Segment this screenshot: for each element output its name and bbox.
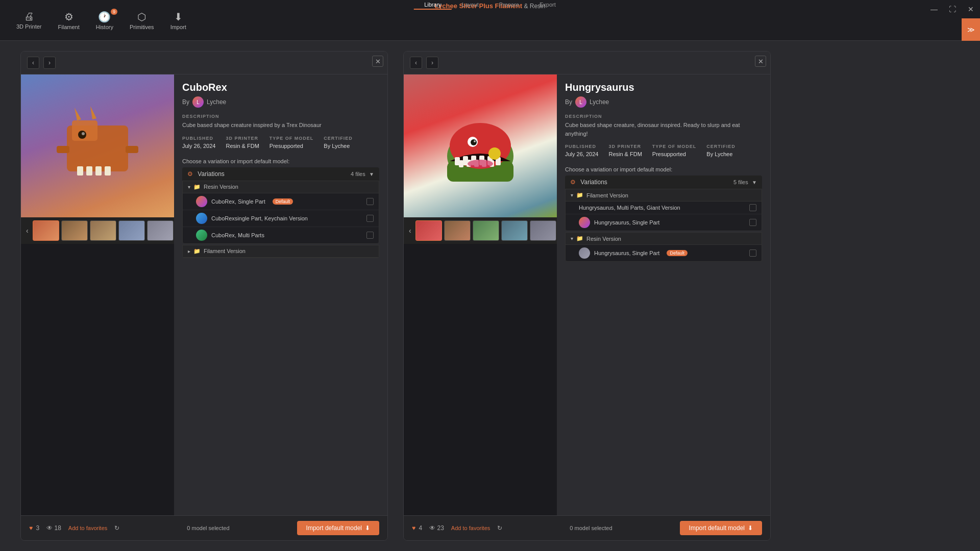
checkbox-cuborex-multi[interactable]	[366, 232, 374, 239]
checkbox-hungrysaurus-single-filament[interactable]	[749, 219, 756, 226]
checkbox-hungrysaurus-single-resin[interactable]	[749, 249, 756, 257]
checkbox-cuborex-single[interactable]	[366, 198, 374, 205]
toolbar-item-history[interactable]: 🕐 History 9	[88, 7, 121, 34]
variation-label-hungrysaurus-single-filament: Hungrysaurus, Single Part	[594, 219, 659, 226]
meta-type-cuborex: TYPE OF MODEL Presupported	[270, 136, 314, 149]
share-icon-cuborex[interactable]: ↻	[114, 524, 119, 532]
close-card-cuborex[interactable]: ✕	[372, 56, 383, 67]
thumb-prev-hungrysaurus[interactable]: ‹	[407, 224, 413, 237]
toolbar-label-import: Import	[170, 24, 186, 30]
add-favorites-cuborex[interactable]: Add to favorites	[68, 525, 107, 531]
variation-cuborex-single[interactable]: CuboRex, Single Part Default	[183, 193, 379, 210]
published-value-cuborex: July 26, 2024	[182, 143, 215, 149]
history-icon: 🕐	[98, 11, 111, 23]
tab-prepare-label: Prepare	[499, 2, 519, 8]
thumb-cuborex-4[interactable]	[118, 220, 145, 241]
thumb-cuborex-3[interactable]	[90, 220, 116, 241]
maximize-button[interactable]: ⛶	[943, 0, 962, 18]
tab-layout[interactable]: ⊞ Layout	[452, 0, 489, 10]
card-body-hungrysaurus: ‹ › Hungrysaurus By L Lychee DESCRIPTIO	[404, 74, 770, 515]
tab-export[interactable]: ⬆ Export	[529, 0, 566, 10]
views-count-cuborex: 18	[55, 524, 61, 532]
cuborex-main-preview	[21, 74, 174, 217]
filament-section-header-cuborex[interactable]: ▸ 📁 Filament Version	[183, 245, 379, 258]
minimize-button[interactable]: —	[925, 0, 943, 18]
toolbar-item-import[interactable]: ⬇ Import	[162, 7, 194, 34]
thumb-cuborex-1[interactable]	[33, 220, 59, 241]
type-value-cuborex: Presupported	[270, 143, 314, 149]
checkbox-cuborex-keychain[interactable]	[366, 215, 374, 222]
printer-icon: 🖨	[24, 11, 34, 22]
card-prev-button-cuborex[interactable]: ‹	[27, 57, 39, 69]
library-icon: ⊙	[429, 0, 437, 1]
meta-printer-cuborex: 3D PRINTER Resin & FDM	[226, 136, 259, 149]
close-button[interactable]: ✕	[962, 0, 980, 18]
section-chevron-hungrysaurus-resin: ▾	[571, 236, 573, 241]
thumb-hungrysaurus-5[interactable]	[530, 220, 556, 241]
top-bar: 🖨 3D Printer ⚙ Filament 🕐 History 9 ⬡ Pr…	[0, 0, 980, 41]
thumb-hungrysaurus-2[interactable]	[444, 220, 471, 241]
model-card-hungrysaurus: ‹ › ✕	[403, 51, 771, 541]
views-cuborex: 👁 18	[46, 524, 61, 532]
svg-point-27	[471, 139, 477, 145]
selected-count-hungrysaurus: 0 model selected	[570, 525, 612, 531]
resin-section-header-cuborex[interactable]: ▾ 📁 Resin Version	[183, 181, 379, 193]
layout-icon: ⊞	[467, 0, 474, 1]
svg-point-28	[474, 140, 476, 142]
hungrysaurus-thumbnails: ‹ ›	[404, 217, 557, 244]
variation-hungrysaurus-multi-giant[interactable]: Hungrysaurus, Multi Parts, Giant Version	[566, 202, 762, 214]
thumb-cuborex-2[interactable]	[61, 220, 88, 241]
card-next-button-cuborex[interactable]: ›	[43, 57, 56, 69]
svg-point-29	[488, 147, 501, 160]
likes-count-cuborex: 3	[36, 524, 39, 532]
tab-library[interactable]: ⊙ Library	[414, 0, 452, 10]
import-button-cuborex[interactable]: Import default model ⬇	[297, 521, 379, 535]
filament-section-cuborex: ▸ 📁 Filament Version	[182, 245, 379, 258]
card-body-cuborex: ‹ › CuboRex By L Lychee DESCRIPTION	[21, 74, 387, 515]
printer-value-cuborex: Resin & FDM	[226, 143, 259, 149]
thumb-hungrysaurus-1[interactable]	[415, 220, 442, 241]
svg-rect-2	[77, 166, 83, 176]
svg-rect-21	[459, 160, 463, 167]
card-next-button-hungrysaurus[interactable]: ›	[426, 57, 438, 69]
thumb-hungrysaurus-4[interactable]	[501, 220, 528, 241]
toolbar-label-primitives: Primitives	[130, 24, 154, 30]
variation-cuborex-multi[interactable]: CuboRex, Multi Parts	[183, 227, 379, 243]
variation-hungrysaurus-single-filament[interactable]: Hungrysaurus, Single Part	[566, 214, 762, 231]
toolbar-item-filament[interactable]: ⚙ Filament	[50, 7, 88, 34]
eye-icon-hungrysaurus: 👁	[429, 524, 435, 532]
card-prev-button-hungrysaurus[interactable]: ‹	[410, 57, 422, 69]
primitives-icon: ⬡	[137, 11, 146, 23]
share-icon-hungrysaurus[interactable]: ↻	[497, 524, 502, 532]
window-controls: — ⛶ ✕	[925, 0, 980, 18]
card-nav-hungrysaurus: ‹ ›	[404, 52, 770, 74]
toolbar-item-primitives[interactable]: ⬡ Primitives	[121, 7, 162, 34]
variation-label-cuborex-multi: CuboRex, Multi Parts	[211, 232, 264, 238]
variations-header-hungrysaurus[interactable]: ⚙ Variations 5 files ▼	[565, 176, 762, 189]
card-image-cuborex: ‹ ›	[21, 74, 174, 515]
certified-value-hungrysaurus: By Lychee	[706, 151, 736, 157]
variations-label-hungrysaurus: Variations	[580, 179, 607, 186]
thumb-prev-cuborex[interactable]: ‹	[24, 224, 31, 237]
resin-section-hungrysaurus: ▾ 📁 Resin Version Hungrysaurus, Single P…	[565, 232, 762, 262]
close-card-hungrysaurus[interactable]: ✕	[755, 56, 766, 67]
tab-prepare[interactable]: ▣ Prepare	[489, 0, 529, 10]
resin-section-header-hungrysaurus[interactable]: ▾ 📁 Resin Version	[566, 233, 762, 245]
v-icon-cuborex-multi	[196, 230, 207, 241]
default-badge-cuborex-single: Default	[273, 198, 293, 205]
views-hungrysaurus: 👁 23	[429, 524, 444, 532]
card-info-cuborex: CuboRex By L Lychee DESCRIPTION Cube bas…	[174, 74, 387, 515]
variation-cuborex-keychain[interactable]: CuboRexsingle Part, Keychain Version	[183, 210, 379, 227]
thumb-cuborex-5[interactable]	[147, 220, 174, 241]
thumb-hungrysaurus-3[interactable]	[473, 220, 499, 241]
toolbar-item-printer[interactable]: 🖨 3D Printer	[8, 7, 50, 34]
filament-section-header-hungrysaurus[interactable]: ▾ 📁 Filament Version	[566, 189, 762, 202]
add-favorites-hungrysaurus[interactable]: Add to favorites	[451, 525, 490, 531]
svg-rect-9	[126, 146, 138, 153]
import-button-hungrysaurus[interactable]: Import default model ⬇	[680, 521, 762, 535]
variations-header-cuborex[interactable]: ⚙ Variations 4 files ▼	[182, 167, 379, 181]
variation-hungrysaurus-single-resin[interactable]: Hungrysaurus, Single Part Default	[566, 245, 762, 261]
toolbar-label-filament: Filament	[58, 24, 80, 30]
filament-section-label-cuborex: Filament Version	[204, 248, 246, 254]
checkbox-hungrysaurus-multi-giant[interactable]	[749, 204, 756, 211]
